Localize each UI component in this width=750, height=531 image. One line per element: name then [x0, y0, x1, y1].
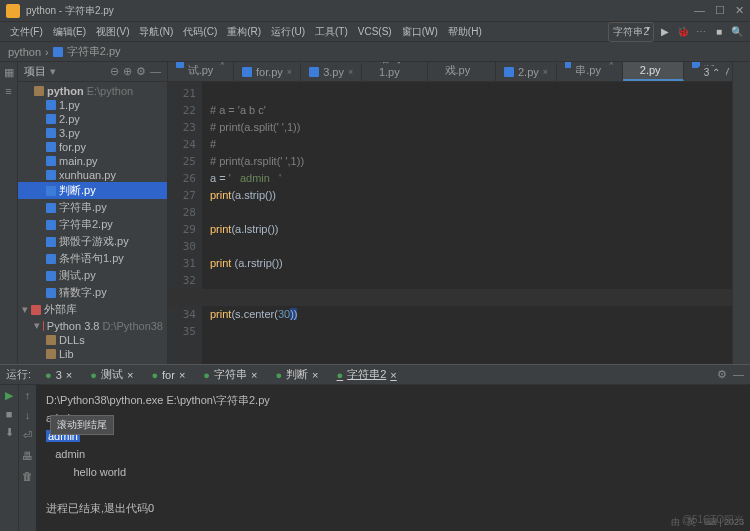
editor-body[interactable]: 212223242526272829303132333435 # a = 'a …: [168, 82, 750, 364]
close-tab-icon[interactable]: ×: [220, 62, 225, 68]
run-tab[interactable]: ●判断×: [269, 366, 324, 383]
tree-external[interactable]: ▾外部库: [18, 301, 167, 318]
tree-file[interactable]: 掷骰子游戏.py: [18, 233, 167, 250]
maximize-icon[interactable]: ☐: [715, 4, 725, 17]
editor-tab[interactable]: 2.py×: [496, 63, 557, 81]
editor-tab[interactable]: 测试.py×: [168, 62, 234, 81]
chevron-down-icon: ▾: [34, 319, 40, 332]
menu-view[interactable]: 视图(V): [92, 23, 133, 41]
console-line: hello world: [46, 466, 126, 478]
search-icon[interactable]: 🔍: [730, 25, 744, 39]
structure-tool-icon[interactable]: ≡: [5, 85, 11, 97]
menu-refactor[interactable]: 重构(R): [223, 23, 265, 41]
close-tab-icon[interactable]: ×: [348, 67, 353, 77]
breadcrumb: python › 字符串2.py: [0, 42, 750, 62]
menu-tools[interactable]: 工具(T): [311, 23, 352, 41]
editor-area: 测试.py× for.py× 3.py× 条件语句1.py× 掷骰子游戏.py×…: [168, 62, 750, 364]
menu-window[interactable]: 窗口(W): [398, 23, 442, 41]
run-panel: 运行: ●3× ●测试× ●for× ●字符串× ●判断× ●字符串2× ⚙ —…: [0, 364, 750, 531]
more-run-icon[interactable]: ⋯: [694, 25, 708, 39]
tree-file[interactable]: 字符串2.py: [18, 216, 167, 233]
project-tree[interactable]: python E:\python 1.py 2.py 3.py for.py m…: [18, 82, 167, 364]
run-tab[interactable]: ●3×: [39, 366, 78, 383]
tree-file[interactable]: 猜数字.py: [18, 284, 167, 301]
python-file-icon: [46, 156, 56, 166]
menu-edit[interactable]: 编辑(E): [49, 23, 90, 41]
editor-tab[interactable]: 条件语句1.py×: [362, 62, 428, 81]
gear-icon[interactable]: ⚙: [717, 368, 727, 381]
tree-file-selected[interactable]: 判断.py: [18, 182, 167, 199]
tree-file[interactable]: 1.py: [18, 98, 167, 112]
hide-icon[interactable]: —: [150, 65, 161, 78]
app-logo-icon: [6, 4, 20, 18]
tree-folder[interactable]: DLLs: [18, 333, 167, 347]
close-tab-icon[interactable]: ×: [287, 67, 292, 77]
menu-vcs[interactable]: VCS(S): [354, 24, 396, 39]
editor-tab[interactable]: 3.py×: [301, 63, 362, 81]
tree-root[interactable]: python E:\python: [18, 84, 167, 98]
collapse-icon[interactable]: ⊖: [110, 65, 119, 78]
rerun-icon[interactable]: ▶: [5, 389, 13, 402]
console-output[interactable]: D:\Python38\python.exe E:\python\字符串2.py…: [36, 385, 750, 531]
chevron-right-icon: ›: [45, 46, 49, 58]
close-icon[interactable]: ✕: [735, 4, 744, 17]
title-bar: python - 字符串2.py — ☐ ✕: [0, 0, 750, 22]
python-file-icon: [176, 62, 184, 68]
code-content[interactable]: # a = 'a b c' # print(a.split(' ',1)) # …: [202, 82, 750, 364]
editor-tab[interactable]: 字符串.py×: [557, 62, 623, 81]
tree-file[interactable]: 字符串.py: [18, 199, 167, 216]
close-tab-icon[interactable]: ×: [543, 67, 548, 77]
down-arrow-icon[interactable]: ↓: [25, 409, 31, 421]
gear-icon[interactable]: ⚙: [136, 65, 146, 78]
inspection-notice[interactable]: 3 ⌃: [698, 66, 726, 79]
print-icon[interactable]: 🖶: [22, 450, 33, 462]
close-tab-icon[interactable]: ×: [609, 62, 614, 68]
tree-file[interactable]: 3.py: [18, 126, 167, 140]
stop-icon[interactable]: ■: [712, 25, 726, 39]
trash-icon[interactable]: 🗑: [22, 470, 33, 482]
tree-file[interactable]: main.py: [18, 154, 167, 168]
tree-file[interactable]: 测试.py: [18, 267, 167, 284]
tree-folder[interactable]: Python38 library根目录: [18, 361, 167, 364]
chevron-down-icon[interactable]: ▾: [50, 65, 56, 78]
editor-tab[interactable]: for.py×: [234, 63, 301, 81]
project-tool-icon[interactable]: ▦: [4, 66, 14, 79]
tree-file[interactable]: for.py: [18, 140, 167, 154]
minimize-icon[interactable]: —: [694, 4, 705, 17]
menu-file[interactable]: 文件(F): [6, 23, 47, 41]
tree-file[interactable]: 条件语句1.py: [18, 250, 167, 267]
project-label: 项目: [24, 64, 46, 79]
run-tab[interactable]: ●for×: [145, 366, 191, 383]
menu-navigate[interactable]: 导航(N): [135, 23, 177, 41]
run-config-dropdown[interactable]: 字符串2: [608, 22, 654, 42]
debug-icon[interactable]: 🐞: [676, 25, 690, 39]
run-tab[interactable]: ●测试×: [84, 366, 139, 383]
breadcrumb-file[interactable]: 字符串2.py: [67, 44, 121, 59]
editor-tab-active[interactable]: 字符串2.py×: [623, 62, 684, 81]
breadcrumb-root[interactable]: python: [8, 46, 41, 58]
up-arrow-icon[interactable]: ↑: [25, 389, 31, 401]
menu-run[interactable]: 运行(U): [267, 23, 309, 41]
run-tab[interactable]: ●字符串×: [197, 366, 263, 383]
hide-icon[interactable]: —: [733, 368, 744, 381]
python-file-icon: [46, 288, 56, 298]
run-icon[interactable]: ▶: [658, 25, 672, 39]
python-file-icon: [46, 203, 56, 213]
tree-python38[interactable]: ▾Python 3.8 D:\Python38: [18, 318, 167, 333]
menu-code[interactable]: 代码(C): [179, 23, 221, 41]
python-file-icon: [46, 220, 56, 230]
library-icon: [31, 305, 41, 315]
tree-file[interactable]: 2.py: [18, 112, 167, 126]
run-tab-active[interactable]: ●字符串2×: [331, 366, 403, 383]
wrap-icon[interactable]: ⏎: [23, 429, 32, 442]
down-icon[interactable]: ⬇: [5, 426, 14, 439]
stop-icon[interactable]: ■: [6, 408, 13, 420]
menu-help[interactable]: 帮助(H): [444, 23, 486, 41]
editor-tab[interactable]: 掷骰子游戏.py×: [428, 62, 496, 81]
editor-tabs: 测试.py× for.py× 3.py× 条件语句1.py× 掷骰子游戏.py×…: [168, 62, 750, 82]
tree-file[interactable]: xunhuan.py: [18, 168, 167, 182]
console-exit: 进程已结束,退出代码0: [46, 502, 154, 514]
tree-folder[interactable]: Lib: [18, 347, 167, 361]
expand-icon[interactable]: ⊕: [123, 65, 132, 78]
scroll-tooltip: 滚动到结尾: [50, 415, 114, 435]
